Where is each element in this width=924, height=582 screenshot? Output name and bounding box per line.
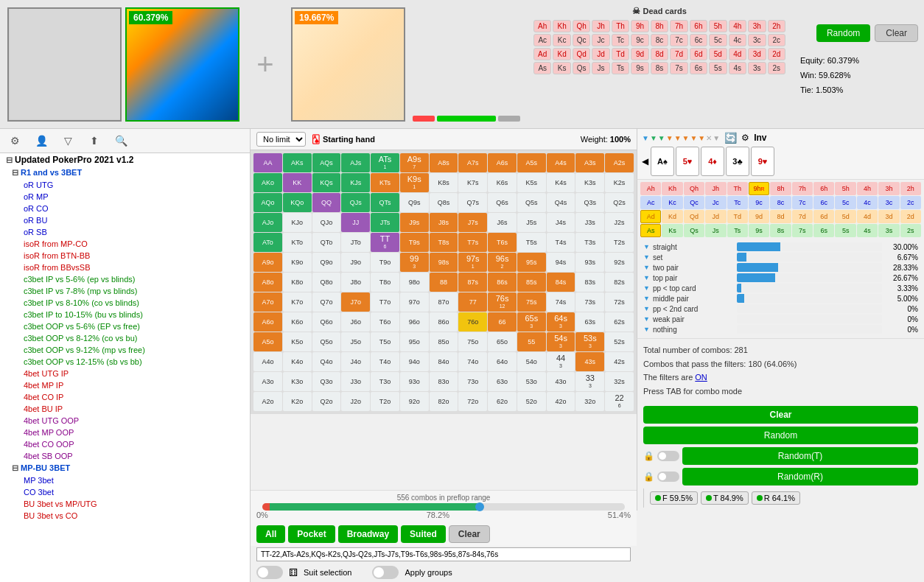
tree-leaf-0-19[interactable]: 4bet BU IP — [0, 403, 250, 415]
dead-card-Qh[interactable]: Qh — [573, 20, 590, 32]
hand-matrix[interactable]: AAAKsAQsAJsATs1A9s7A8sA7sA6sA5sA4sA3sA2s… — [251, 150, 637, 414]
settings-icon[interactable]: ⚙ — [6, 132, 24, 150]
hand-cell-A4s[interactable]: A4s — [547, 153, 575, 172]
board-card-7h[interactable]: 7h — [792, 182, 813, 195]
random-t-button[interactable]: Random(T) — [682, 447, 918, 465]
tree-leaf-0-18[interactable]: 4bet CO IP — [0, 391, 250, 403]
dist-filter-two-pair[interactable]: ▼ — [643, 264, 650, 271]
hand-cell-52o[interactable]: 52o — [517, 392, 546, 411]
river-card-9♥[interactable]: 9♥ — [751, 147, 774, 176]
tree-leaf-0-10[interactable]: c3bet IP vs 8-10% (co vs blinds) — [0, 297, 250, 309]
dead-card-3d[interactable]: 3d — [748, 48, 766, 60]
hand-cell-62o[interactable]: 62o — [488, 392, 517, 411]
hand-cell-J4o[interactable]: J4o — [341, 352, 370, 371]
dist-filter-straight[interactable]: ▼ — [643, 243, 650, 250]
dead-card-4h[interactable]: 4h — [729, 20, 746, 32]
hand-cell-Q3o[interactable]: Q3o — [312, 372, 341, 391]
board-card-5c[interactable]: 5c — [835, 196, 855, 209]
hand-cell-A5o[interactable]: A5o — [253, 332, 282, 351]
hand-cell-K4o[interactable]: K4o — [283, 352, 312, 371]
hand-cell-J2s[interactable]: J2s — [605, 213, 634, 232]
hand-cell-AJs[interactable]: AJs — [341, 153, 370, 172]
board-card-3s[interactable]: 3s — [878, 224, 899, 237]
hand-cell-T3s[interactable]: T3s — [575, 233, 604, 252]
hand-cell-96s[interactable]: 96s2 — [488, 253, 517, 272]
board-card-8h[interactable]: 8h — [770, 182, 791, 195]
hand-cell-62s[interactable]: 62s — [605, 312, 634, 332]
tree-leaf-0-9[interactable]: c3bet IP vs 7-8% (mp vs blinds) — [0, 285, 250, 297]
board-card-Jd[interactable]: Jd — [705, 210, 726, 223]
hand-cell-85s[interactable]: 85s — [517, 273, 546, 292]
hand-cell-Q8o[interactable]: Q8o — [312, 273, 341, 292]
hand-cell-J6o[interactable]: J6o — [341, 312, 370, 332]
dead-card-5s[interactable]: 5s — [709, 62, 727, 74]
dead-card-Ks[interactable]: Ks — [553, 62, 570, 74]
dist-filter-nothing[interactable]: ▼ — [643, 326, 650, 333]
board-card-Ac[interactable]: Ac — [640, 196, 661, 209]
hand-cell-J6s[interactable]: J6s — [488, 213, 517, 232]
hand-cell-QTs[interactable]: QTs — [371, 193, 399, 212]
hand-cell-42o[interactable]: 42o — [547, 392, 575, 411]
dead-card-Ac[interactable]: Ac — [533, 34, 551, 46]
hand-cell-T7o[interactable]: T7o — [371, 292, 399, 312]
dead-card-9h[interactable]: 9h — [631, 20, 648, 32]
hand-cell-JTs[interactable]: JTs — [371, 213, 399, 232]
random-button-top[interactable]: Random — [816, 24, 870, 42]
dead-card-8c[interactable]: 8c — [651, 34, 668, 46]
filter-badge-r[interactable]: R 64.1% — [752, 491, 800, 505]
board-card-9s[interactable]: 9s — [749, 224, 769, 237]
dist-filter-pp-<-top-card[interactable]: ▼ — [643, 284, 650, 292]
tree-leaf-0-3[interactable]: oR BU — [0, 214, 250, 226]
hand-cell-Q7s[interactable]: Q7s — [458, 193, 487, 212]
clear-button-top[interactable]: Clear — [875, 24, 918, 42]
board-card-9h[interactable]: 9hR — [749, 182, 769, 195]
hand-cell-54o[interactable]: 54o — [517, 352, 546, 371]
hand-cell-K2o[interactable]: K2o — [283, 392, 312, 411]
hand-cell-KK[interactable]: KK — [283, 173, 312, 192]
board-card-Kh[interactable]: Kh — [662, 182, 682, 195]
hand-cell-J3s[interactable]: J3s — [575, 213, 604, 232]
board-card-5s[interactable]: 5s — [835, 224, 855, 237]
hand-cell-KQs[interactable]: KQs — [312, 173, 341, 192]
board-card-2s[interactable]: 2s — [900, 224, 921, 237]
river-card-3♣[interactable]: 3♣ — [726, 147, 749, 176]
dead-card-Jc[interactable]: Jc — [592, 34, 609, 46]
dead-card-Jd[interactable]: Jd — [592, 48, 609, 60]
filter-badge-t[interactable]: T 84.9% — [701, 491, 749, 505]
hand-cell-A6o[interactable]: A6o — [253, 312, 282, 332]
no-limit-select[interactable]: No limit — [256, 132, 306, 147]
board-card-4s[interactable]: 4s — [857, 224, 878, 237]
board-card-Qs[interactable]: Qs — [684, 224, 704, 237]
hand-cell-K6s[interactable]: K6s — [488, 173, 517, 192]
clear-button-right[interactable]: Clear — [643, 406, 918, 424]
tree-leaf-1-1[interactable]: CO 3bet — [0, 486, 250, 498]
hand-cell-99[interactable]: 993 — [400, 253, 429, 272]
tree-leaf-0-14[interactable]: c3bet OOP vs 9-12% (mp vs free) — [0, 344, 250, 356]
dead-card-Qd[interactable]: Qd — [573, 48, 590, 60]
dead-card-4d[interactable]: 4d — [729, 48, 746, 60]
hand-cell-74o[interactable]: 74o — [458, 352, 487, 371]
hand-cell-ATo[interactable]: ATo — [253, 233, 282, 252]
hand-cell-JJ[interactable]: JJ — [341, 213, 370, 232]
hand-cell-43s[interactable]: 43s — [575, 352, 604, 371]
hand-cell-K4s[interactable]: K4s — [547, 173, 575, 192]
hand-cell-75o[interactable]: 75o — [458, 332, 487, 351]
hand-cell-98o[interactable]: 98o — [400, 273, 429, 292]
hand-cell-A7s[interactable]: A7s — [458, 153, 487, 172]
dead-card-6h[interactable]: 6h — [690, 20, 707, 32]
board-card-5h[interactable]: 5h — [835, 182, 855, 195]
lock-icon-t[interactable]: 🔒 — [643, 451, 654, 461]
board-card-9c[interactable]: 9c — [749, 196, 769, 209]
hand-cell-A4o[interactable]: A4o — [253, 352, 282, 371]
hand-cell-K5o[interactable]: K5o — [283, 332, 312, 351]
hand-cell-73s[interactable]: 73s — [575, 292, 604, 312]
dead-card-8s[interactable]: 8s — [651, 62, 668, 74]
hand-cell-Q9o[interactable]: Q9o — [312, 253, 341, 272]
board-card-8c[interactable]: 8c — [770, 196, 791, 209]
hand-cell-92s[interactable]: 92s — [605, 253, 634, 272]
board-card-4h[interactable]: 4h — [857, 182, 878, 195]
hand-cell-K9o[interactable]: K9o — [283, 253, 312, 272]
hand-cell-A3s[interactable]: A3s — [575, 153, 604, 172]
hand-cell-K9s[interactable]: K9s1 — [400, 173, 429, 192]
dead-card-3c[interactable]: 3c — [748, 34, 766, 46]
